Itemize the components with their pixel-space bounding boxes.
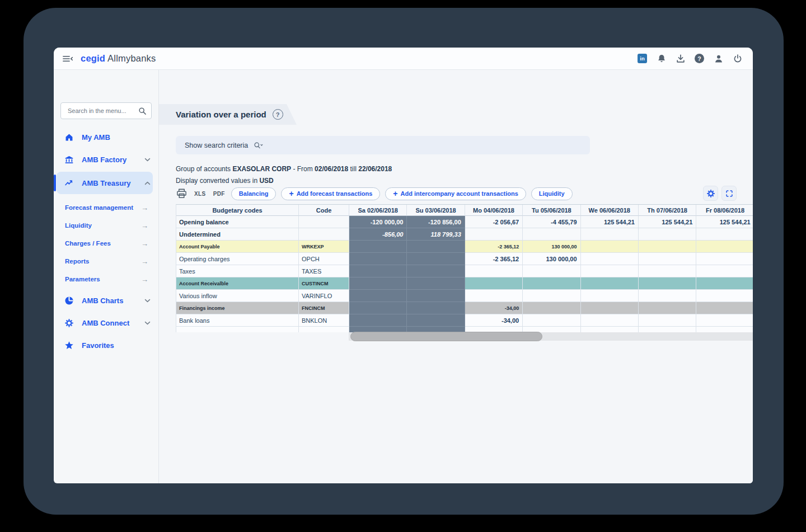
column-header[interactable]: Tu 05/06/2018 (523, 205, 580, 216)
row-label[interactable]: Various inflow (176, 290, 299, 302)
value-cell[interactable] (465, 290, 523, 302)
value-cell[interactable] (581, 327, 639, 332)
value-cell[interactable] (407, 314, 465, 327)
value-cell[interactable] (581, 228, 639, 241)
value-cell[interactable] (696, 265, 753, 277)
column-header[interactable]: Budgetary codes (176, 205, 299, 216)
value-cell[interactable] (696, 314, 753, 327)
linkedin-icon[interactable]: in (637, 53, 648, 64)
value-cell[interactable] (639, 265, 696, 277)
value-cell[interactable]: 125 544,21 (581, 216, 639, 228)
value-cell[interactable] (523, 265, 580, 277)
export-pdf-button[interactable]: PDF (212, 191, 226, 197)
printer-icon[interactable] (176, 188, 188, 199)
sidebar-item-my-amb[interactable]: My AMB (54, 126, 158, 148)
column-header[interactable]: Sa 02/06/2018 (349, 205, 407, 216)
value-cell[interactable] (523, 228, 580, 241)
row-label[interactable] (176, 327, 299, 332)
value-cell[interactable] (696, 327, 753, 332)
value-cell[interactable] (407, 302, 465, 314)
row-code[interactable]: FNCINCM (299, 302, 349, 314)
row-code[interactable]: BNKLON (299, 314, 349, 327)
value-cell[interactable] (407, 265, 465, 277)
value-cell[interactable] (407, 290, 465, 302)
value-cell[interactable]: 125 544,21 (696, 216, 753, 228)
value-cell[interactable] (639, 302, 696, 314)
value-cell[interactable] (349, 314, 407, 327)
value-cell[interactable] (349, 290, 407, 302)
sidebar-item-amb-treasury[interactable]: AMB Treasury (54, 172, 158, 194)
row-code[interactable]: CUSTINCM (299, 277, 349, 290)
help-circle-icon[interactable]: ? (273, 109, 283, 120)
value-cell[interactable]: -4 455,79 (523, 216, 580, 228)
submenu-item-charges-fees[interactable]: Charges / Fees → (54, 234, 158, 252)
submenu-item-forecast-management[interactable]: Forecast management → (54, 199, 158, 216)
balancing-button[interactable]: Balancing (231, 187, 277, 200)
value-cell[interactable] (581, 314, 639, 327)
column-header[interactable]: Mo 04/06/2018 (465, 205, 523, 216)
value-cell[interactable] (696, 290, 753, 302)
value-cell[interactable] (523, 314, 580, 327)
row-label[interactable]: Taxes (176, 265, 299, 277)
value-cell[interactable] (639, 290, 696, 302)
value-cell[interactable] (407, 253, 465, 265)
value-cell[interactable]: -856,00 (349, 228, 407, 241)
value-cell[interactable] (696, 277, 753, 290)
submenu-item-reports[interactable]: Reports → (54, 252, 158, 270)
power-icon[interactable] (732, 53, 743, 64)
column-header[interactable]: Su 03/06/2018 (407, 205, 465, 216)
value-cell[interactable] (639, 327, 696, 332)
settings-gear-icon[interactable] (703, 186, 718, 201)
value-cell[interactable] (465, 277, 523, 290)
value-cell[interactable] (523, 290, 580, 302)
show-search-criteria-bar[interactable]: Show search criteria (176, 136, 590, 154)
row-label[interactable]: Bank loans (176, 314, 299, 327)
value-cell[interactable] (639, 241, 696, 253)
add-forecast-transactions-button[interactable]: +Add forecast transactions (281, 187, 380, 200)
value-cell[interactable] (465, 228, 523, 241)
value-cell[interactable] (407, 277, 465, 290)
column-header[interactable]: Code (299, 205, 349, 216)
value-cell[interactable]: -34,00 (465, 302, 523, 314)
help-icon[interactable]: ? (694, 53, 705, 64)
sidebar-item-amb-factory[interactable]: AMB Factory (54, 148, 158, 171)
row-code[interactable]: WRKEXP (299, 241, 349, 253)
value-cell[interactable] (581, 265, 639, 277)
value-cell[interactable] (581, 241, 639, 253)
value-cell[interactable] (696, 302, 753, 314)
value-cell[interactable] (696, 241, 753, 253)
row-label[interactable]: Undetermined (176, 228, 299, 241)
row-code[interactable] (299, 327, 349, 332)
row-label[interactable]: Financings income (176, 302, 299, 314)
value-cell[interactable]: 118 799,33 (407, 228, 465, 241)
value-cell[interactable]: 125 544,21 (639, 216, 696, 228)
submenu-item-parameters[interactable]: Parameters → (54, 270, 158, 288)
value-cell[interactable] (407, 241, 465, 253)
sidebar-item-amb-connect[interactable]: AMB Connect (54, 312, 158, 334)
value-cell[interactable]: -2 365,12 (465, 241, 523, 253)
value-cell[interactable] (523, 277, 580, 290)
value-cell[interactable] (465, 265, 523, 277)
search-icon[interactable] (138, 107, 147, 115)
column-header[interactable]: Th 07/06/2018 (639, 205, 696, 216)
row-code[interactable] (299, 216, 349, 228)
submenu-item-liquidity[interactable]: Liquidity → (54, 216, 158, 234)
value-cell[interactable]: -2 056,67 (465, 216, 523, 228)
value-cell[interactable] (696, 228, 753, 241)
row-code[interactable]: VARINFLO (299, 290, 349, 302)
row-label[interactable]: Account Payable (176, 241, 299, 253)
bell-icon[interactable] (656, 53, 667, 64)
value-cell[interactable] (581, 290, 639, 302)
fullscreen-icon[interactable] (721, 186, 737, 201)
value-cell[interactable] (639, 228, 696, 241)
value-cell[interactable]: 130 000,00 (523, 253, 580, 265)
sidebar-item-amb-charts[interactable]: AMB Charts (54, 289, 158, 312)
add-intercompany-transactions-button[interactable]: +Add intercompany account transactions (385, 187, 526, 200)
value-cell[interactable]: -2 365,12 (465, 253, 523, 265)
value-cell[interactable] (696, 253, 753, 265)
liquidity-button[interactable]: Liquidity (531, 187, 573, 200)
user-icon[interactable] (713, 53, 724, 64)
value-cell[interactable] (523, 302, 580, 314)
value-cell[interactable] (581, 277, 639, 290)
value-cell[interactable] (639, 277, 696, 290)
